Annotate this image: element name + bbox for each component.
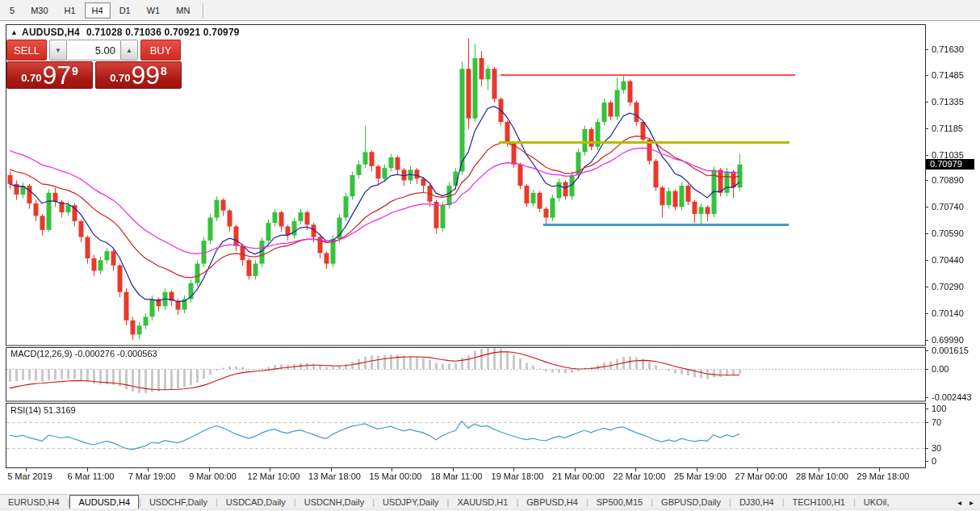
axis-tick <box>925 448 928 449</box>
axis-label: 0.71630 <box>932 44 964 54</box>
triangle-down-icon: ▼ <box>55 47 61 54</box>
axis-label: -0.002443 <box>932 392 972 402</box>
date-axis-tick <box>331 468 332 471</box>
tab-GBPUSD-H4[interactable]: GBPUSD,H4 <box>518 495 586 509</box>
buy-price-point: 8 <box>161 65 167 77</box>
tab-scroll-left-icon[interactable]: ◂ <box>957 498 961 507</box>
date-axis-label: 18 Mar 11:00 <box>425 471 488 481</box>
tab-USDCAD-Daily[interactable]: USDCAD,Daily <box>218 495 294 509</box>
volume-input[interactable] <box>67 40 120 61</box>
date-axis-tick <box>635 468 636 471</box>
axis-tick <box>925 233 928 234</box>
date-axis-tick <box>209 468 210 471</box>
sell-button[interactable]: SELL <box>6 40 47 61</box>
timeframe-button-H4[interactable]: H4 <box>85 2 111 19</box>
axis-label: 100 <box>932 404 946 413</box>
tab-AUDUSD-H4[interactable]: AUDUSD,H4 <box>69 495 139 509</box>
tab-USDJPY-Daily[interactable]: USDJPY,Daily <box>375 495 447 509</box>
axis-label: 0.71485 <box>932 70 964 80</box>
collapse-oct-icon[interactable]: ▲ <box>10 28 18 36</box>
rsi-name: RSI(14) <box>10 405 41 415</box>
date-axis-tick <box>819 468 819 471</box>
axis-tick <box>925 128 928 129</box>
timeframe-button-D1[interactable]: D1 <box>112 2 138 19</box>
date-axis-label: 6 Mar 11:00 <box>60 471 123 481</box>
tab-EURUSD-H4[interactable]: EURUSD,H4 <box>0 495 68 509</box>
buy-price-prefix: 0.70 <box>110 72 130 84</box>
symbol-period-label: AUDUSD,H4 <box>22 27 80 38</box>
axis-tick <box>925 75 928 76</box>
axis-tick <box>925 102 928 103</box>
date-axis-label: 21 Mar 00:00 <box>547 471 610 481</box>
sell-price-pips: 97 <box>42 63 71 87</box>
axis-tick <box>925 340 928 341</box>
chart-canvas[interactable] <box>6 24 926 469</box>
axis-label: 0.001615 <box>932 346 969 355</box>
tab-DJ30-H4[interactable]: DJ30,H4 <box>731 495 782 509</box>
axis-label: 0.70290 <box>932 282 964 291</box>
trading-platform-window: 5M30H1H4D1W1MN ▲AUDUSD,H40.71028 0.71036… <box>0 0 980 511</box>
axis-tick <box>925 313 928 314</box>
volume-decrease-button[interactable]: ▼ <box>49 40 67 61</box>
buy-price-pips: 99 <box>131 63 160 87</box>
tab-GBPUSD-Daily[interactable]: GBPUSD,Daily <box>653 495 729 509</box>
axis-label: 0.00 <box>932 364 949 374</box>
timeframe-button-H1[interactable]: H1 <box>57 2 83 19</box>
axis-tick <box>925 369 928 370</box>
date-axis-tick <box>575 468 576 471</box>
axis-label: 0.69990 <box>932 335 964 345</box>
axis-label: 0.71035 <box>932 150 964 160</box>
tab-XAUUSD-H1[interactable]: XAUUSD,H1 <box>449 495 516 509</box>
axis-tick <box>925 287 928 287</box>
axis-label: 0 <box>932 456 936 466</box>
tab-TECH100-H1[interactable]: TECH100,H1 <box>785 495 853 509</box>
timeframe-button-M30[interactable]: M30 <box>23 2 55 19</box>
buy-button[interactable]: BUY <box>140 40 181 61</box>
date-axis-tick <box>270 468 270 471</box>
sell-price-prefix: 0.70 <box>21 72 41 84</box>
date-axis-label: 25 Mar 19:00 <box>669 471 732 481</box>
date-axis-tick <box>513 468 514 471</box>
date-axis-label: 13 Mar 18:00 <box>304 471 366 481</box>
axis-tick <box>925 461 928 462</box>
date-axis-tick <box>757 468 758 471</box>
axis-label: 0.70740 <box>932 202 964 212</box>
timeframe-button-5[interactable]: 5 <box>2 2 22 19</box>
sell-price-display[interactable]: 0.70 97 9 <box>6 61 93 89</box>
tab-SP500-M15[interactable]: SP500,M15 <box>588 495 651 509</box>
tab-USDCHF-Daily[interactable]: USDCHF,Daily <box>141 495 216 509</box>
date-axis-tick <box>392 468 392 471</box>
triangle-up-icon: ▲ <box>126 47 132 54</box>
date-axis-label: 12 Mar 10:00 <box>242 471 305 481</box>
axis-tick <box>925 422 928 423</box>
axis-tick <box>925 155 928 156</box>
timeframe-button-MN[interactable]: MN <box>169 2 197 19</box>
axis-tick <box>925 207 928 207</box>
tab-USDCNH-Daily[interactable]: USDCNH,Daily <box>296 495 373 509</box>
chart-title: ▲AUDUSD,H40.71028 0.71036 0.70921 0.7097… <box>10 27 240 38</box>
timeframe-toolbar: 5M30H1H4D1W1MN <box>0 0 980 21</box>
axis-label: 0.71185 <box>932 124 963 133</box>
macd-indicator-label: MACD(12,26,9) -0.000276 -0.000563 <box>10 349 157 358</box>
macd-name: MACD(12,26,9) <box>10 349 72 358</box>
volume-increase-button[interactable]: ▲ <box>120 40 138 61</box>
chart-tabs-bar: EURUSD,H4|AUDUSD,H4|USDCHF,Daily|USDCAD,… <box>0 494 980 509</box>
ohlc-values: 0.71028 0.71036 0.70921 0.70979 <box>86 27 240 38</box>
date-axis-label: 7 Mar 19:00 <box>120 471 183 481</box>
date-axis-tick <box>879 468 880 471</box>
tab-UKOil-[interactable]: UKOil, <box>856 495 898 509</box>
axis-label: 0.70590 <box>932 228 964 238</box>
date-axis-label: 5 Mar 2019 <box>0 471 61 481</box>
date-axis-label: 22 Mar 10:00 <box>608 471 671 481</box>
sell-price-point: 9 <box>72 65 78 77</box>
macd-values: -0.000276 -0.000563 <box>74 349 157 358</box>
timeframe-button-W1[interactable]: W1 <box>140 2 168 19</box>
rsi-value: 51.3169 <box>44 405 76 415</box>
date-axis-tick <box>148 468 149 471</box>
axis-label: 0.70140 <box>932 308 964 318</box>
date-axis-label: 15 Mar 00:00 <box>364 471 427 481</box>
buy-price-display[interactable]: 0.70 99 8 <box>95 61 182 89</box>
tab-scroll-right-icon[interactable]: ▸ <box>970 498 974 507</box>
axis-label: 30 <box>932 443 941 453</box>
current-price-tag: 0.70979 <box>926 159 974 170</box>
